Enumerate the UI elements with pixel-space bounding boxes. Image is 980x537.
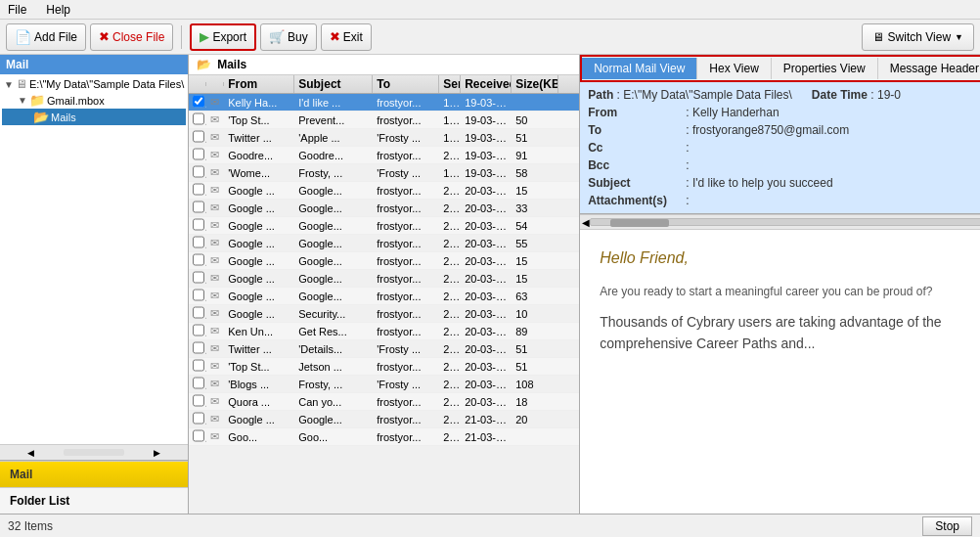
- row-checkbox[interactable]: [193, 306, 204, 319]
- mail-row[interactable]: ✉ Goodre... Goodre... frostyor... 20-...…: [189, 147, 579, 164]
- envelope-icon: ✉: [210, 413, 219, 425]
- scroll-right-button[interactable]: ▶: [126, 445, 188, 460]
- row-checkbox[interactable]: [193, 95, 204, 108]
- menu-file[interactable]: File: [4, 2, 30, 18]
- viewer-horizontal-scrollbar[interactable]: ◀ ▶: [580, 214, 980, 230]
- viewer-tabs: Normal Mail View Hex View Properties Vie…: [580, 55, 980, 82]
- mail-row[interactable]: ✉ 'Top St... Jetson ... frostyor... 20-.…: [189, 358, 579, 376]
- mail-row[interactable]: ✉ Google ... Google... frostyor... 20-..…: [189, 217, 579, 235]
- email-body-line1: Are you ready to start a meaningful care…: [600, 283, 980, 301]
- row-sen: 20-...: [439, 290, 461, 303]
- row-subject: Google...: [294, 219, 373, 233]
- scrollbar-thumb[interactable]: [610, 219, 669, 227]
- mail-row[interactable]: ✉ Google ... Google... frostyor... 20-..…: [189, 235, 579, 252]
- row-checkbox[interactable]: [193, 377, 204, 389]
- header-to[interactable]: To: [373, 75, 439, 93]
- buy-button[interactable]: 🛒 Buy: [260, 23, 317, 51]
- row-size: 10: [512, 307, 558, 321]
- row-checkbox[interactable]: [193, 201, 204, 213]
- row-checkbox[interactable]: [193, 324, 204, 336]
- mail-row[interactable]: ✉ Kelly Ha... I'd like ... frostyor... 1…: [189, 94, 579, 112]
- tab-properties-view[interactable]: Properties View: [772, 58, 878, 79]
- mail-row[interactable]: ✉ 'Wome... Frosty, ... 'Frosty ... 19-..…: [189, 164, 579, 182]
- tree-item-mails[interactable]: 📂 Mails: [2, 109, 186, 125]
- row-subject: Frosty, ...: [294, 378, 373, 391]
- prop-cc-value: :: [686, 141, 689, 155]
- row-checkbox[interactable]: [193, 289, 204, 301]
- scrollbar-track[interactable]: [590, 218, 980, 226]
- mail-row[interactable]: ✉ Google ... Google... frostyor... 21-..…: [189, 411, 579, 428]
- row-received: 21-03-2...: [461, 413, 512, 426]
- row-sen: 20-...: [439, 184, 461, 198]
- export-button[interactable]: ▶ Export: [190, 23, 256, 51]
- row-subject: Google...: [294, 254, 373, 268]
- row-subject: Prevent...: [294, 113, 373, 127]
- exit-button[interactable]: ✖ Exit: [321, 23, 372, 51]
- tree-item-mbox[interactable]: ▼ 📁 Gmail.mbox: [2, 92, 186, 109]
- switch-view-button[interactable]: 🖥 Switch View ▼: [862, 23, 974, 51]
- row-checkbox[interactable]: [193, 394, 204, 407]
- row-received: 19-03-2...: [461, 113, 512, 127]
- row-checkbox[interactable]: [193, 412, 204, 425]
- row-to: frostyor...: [373, 149, 439, 162]
- mail-row[interactable]: ✉ Goo... Goo... frostyor... 21-... 21-03…: [189, 428, 579, 446]
- tab-normal-mail-view[interactable]: Normal Mail View: [582, 58, 697, 79]
- nav-mail-button[interactable]: Mail: [0, 461, 188, 487]
- export-icon: ▶: [200, 29, 209, 44]
- row-checkbox[interactable]: [193, 271, 204, 284]
- tree-item-root[interactable]: ▼ 🖥 E:\"My Data\"Sample Data Files\: [2, 76, 186, 92]
- row-checkbox[interactable]: [193, 236, 204, 248]
- status-bar: 32 Items Stop: [0, 514, 980, 537]
- row-checkbox[interactable]: [193, 183, 204, 196]
- row-to: frostyor...: [373, 254, 439, 268]
- nav-folder-list-button[interactable]: Folder List: [0, 487, 188, 514]
- row-checkbox[interactable]: [193, 112, 204, 125]
- header-sen[interactable]: Sen: [439, 75, 461, 93]
- mail-row[interactable]: ✉ 'Top St... Prevent... frostyor... 19-.…: [189, 112, 579, 129]
- row-checkbox[interactable]: [193, 429, 204, 442]
- row-checkbox[interactable]: [193, 130, 204, 143]
- row-sen: 20-...: [439, 360, 461, 374]
- row-size: 33: [512, 201, 558, 215]
- row-checkbox[interactable]: [193, 218, 204, 231]
- row-checkbox[interactable]: [193, 359, 204, 372]
- menu-help[interactable]: Help: [42, 2, 74, 18]
- tab-hex-view[interactable]: Hex View: [697, 58, 771, 79]
- mail-row[interactable]: ✉ 'Blogs ... Frosty, ... 'Frosty ... 20-…: [189, 376, 579, 393]
- mail-row[interactable]: ✉ Ken Un... Get Res... frostyor... 20-..…: [189, 323, 579, 340]
- close-file-button[interactable]: ✖ Close File: [90, 23, 173, 51]
- row-from: 'Top St...: [224, 113, 294, 127]
- row-sen: 20-...: [439, 395, 461, 409]
- prop-to-label: To: [588, 123, 686, 137]
- tab-message-header[interactable]: Message Header: [878, 58, 980, 79]
- add-file-button[interactable]: 📄 Add File: [6, 23, 86, 51]
- row-checkbox[interactable]: [193, 341, 204, 354]
- header-size[interactable]: Size(KB): [512, 75, 558, 93]
- row-to: 'Frosty ...: [373, 131, 439, 145]
- stop-button[interactable]: Stop: [922, 516, 972, 536]
- row-received: 20-03-2...: [461, 307, 512, 321]
- mail-row[interactable]: ✉ Google ... Google... frostyor... 20-..…: [189, 270, 579, 288]
- mail-row[interactable]: ✉ Twitter ... 'Apple ... 'Frosty ... 19-…: [189, 129, 579, 147]
- prop-cc-label: Cc: [588, 141, 686, 155]
- scroll-left-button[interactable]: ◀: [0, 445, 62, 460]
- header-from[interactable]: From: [224, 75, 294, 93]
- mail-row[interactable]: ✉ Google ... Google... frostyor... 20-..…: [189, 200, 579, 217]
- header-received[interactable]: Received: [461, 75, 512, 93]
- header-subject[interactable]: Subject: [294, 75, 373, 93]
- row-from: Quora ...: [224, 395, 294, 409]
- row-checkbox[interactable]: [193, 253, 204, 266]
- row-to: 'Frosty ...: [373, 378, 439, 391]
- mail-row[interactable]: ✉ Google ... Security... frostyor... 20-…: [189, 305, 579, 323]
- mail-row[interactable]: ✉ Google ... Google... frostyor... 20-..…: [189, 252, 579, 270]
- row-from: Goodre...: [224, 149, 294, 162]
- row-received: 20-03-2...: [461, 360, 512, 374]
- mail-row[interactable]: ✉ Twitter ... 'Details... 'Frosty ... 20…: [189, 340, 579, 358]
- mail-row[interactable]: ✉ Google ... Google... frostyor... 20-..…: [189, 182, 579, 200]
- row-checkbox[interactable]: [193, 148, 204, 160]
- mail-row[interactable]: ✉ Quora ... Can yo... frostyor... 20-...…: [189, 393, 579, 411]
- row-checkbox[interactable]: [193, 165, 204, 178]
- mail-row[interactable]: ✉ Google ... Google... frostyor... 20-..…: [189, 288, 579, 305]
- tree-scroll-bar[interactable]: ◀ ▶: [0, 444, 188, 460]
- row-from: Google ...: [224, 254, 294, 268]
